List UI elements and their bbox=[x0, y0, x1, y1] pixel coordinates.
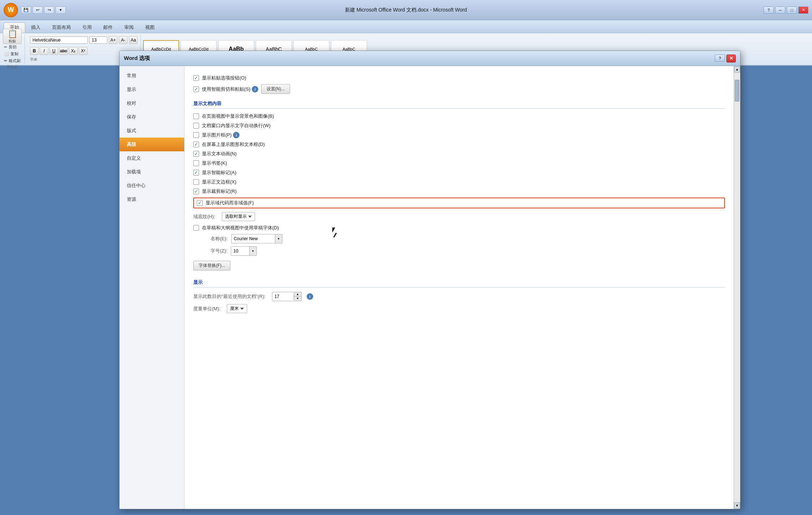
nav-item-addins[interactable]: 加载项 bbox=[120, 165, 184, 179]
font-size-dropdown-btn[interactable]: ▾ bbox=[249, 247, 256, 255]
underline-btn[interactable]: U bbox=[49, 47, 58, 55]
font-name-dropdown-btn[interactable]: ▾ bbox=[275, 234, 282, 243]
scrollbar-up-btn[interactable]: ▲ bbox=[734, 66, 740, 73]
recent-docs-down-btn[interactable]: ▼ bbox=[294, 297, 301, 301]
bold-btn[interactable]: B bbox=[30, 47, 39, 55]
smart-cut-paste-row: 使用智能剪切和粘贴(S) i 设置(N)... bbox=[193, 84, 725, 94]
tab-insert[interactable]: 插入 bbox=[25, 23, 46, 33]
dialog-close-btn[interactable]: ✕ bbox=[726, 55, 736, 62]
show-smart-label: 显示智能标记(A) bbox=[202, 169, 236, 176]
draft-font-row: 在草稿和大纲视图中使用草稿字体(D) bbox=[193, 225, 725, 231]
show-field-codes-checkbox[interactable] bbox=[197, 200, 203, 206]
copy-btn[interactable]: ⬜ 复制 bbox=[3, 51, 21, 57]
show-wrap-checkbox[interactable] bbox=[193, 123, 199, 129]
recent-docs-row: 显示此数目的"最近使用的文档"(R): ▲ ▼ i bbox=[193, 292, 725, 301]
nav-item-resources[interactable]: 资源 bbox=[120, 192, 184, 206]
italic-btn[interactable]: I bbox=[40, 47, 48, 55]
draft-font-checkbox[interactable] bbox=[193, 225, 199, 231]
dialog-title-bar: Word 选项 ? ✕ bbox=[120, 51, 740, 66]
recent-docs-info-icon[interactable]: i bbox=[307, 293, 313, 300]
nav-item-customize[interactable]: 自定义 bbox=[120, 151, 184, 165]
nav-item-trust[interactable]: 信任中心 bbox=[120, 179, 184, 192]
strikethrough-btn[interactable]: abe bbox=[59, 47, 68, 55]
recent-docs-spinner[interactable]: ▲ ▼ bbox=[272, 292, 302, 301]
recent-docs-up-btn[interactable]: ▲ bbox=[294, 292, 301, 297]
redo-btn[interactable]: ↪ bbox=[44, 7, 54, 14]
close-btn[interactable]: ✕ bbox=[798, 7, 808, 14]
show-smart-checkbox[interactable] bbox=[193, 170, 199, 176]
help-btn[interactable]: ? bbox=[764, 7, 774, 14]
show-wrap-row: 文档窗口内显示文字自动换行(W) bbox=[193, 122, 725, 129]
maximize-btn[interactable]: □ bbox=[787, 7, 797, 14]
show-bookmarks-checkbox[interactable] bbox=[193, 160, 199, 166]
superscript-btn[interactable]: X² bbox=[79, 47, 87, 55]
show-textbox-checkbox[interactable] bbox=[193, 179, 199, 185]
field-shading-row: 域底纹(H): 选取时显示 bbox=[193, 212, 725, 221]
clear-format-btn[interactable]: Aa bbox=[129, 36, 138, 44]
show-crop-checkbox[interactable] bbox=[193, 189, 199, 194]
dialog-title-text: Word 选项 bbox=[124, 55, 150, 62]
quick-access-toolbar: 💾 ↩ ↪ ▾ bbox=[21, 7, 66, 14]
measure-unit-dropdown[interactable]: 厘米 bbox=[227, 304, 247, 313]
show-picture-info-icon[interactable]: i bbox=[233, 132, 239, 138]
tab-mailings[interactable]: 邮件 bbox=[98, 23, 118, 33]
nav-item-common[interactable]: 常用 bbox=[120, 69, 184, 83]
shrink-font-btn[interactable]: A- bbox=[119, 36, 128, 44]
nav-item-display[interactable]: 显示 bbox=[120, 83, 184, 96]
format-painter-btn[interactable]: ✏ 格式刷 bbox=[3, 58, 21, 64]
dialog-content-area: 显示粘贴选项按钮(O) 使用智能剪切和粘贴(S) i 设置(N)... 显示文档… bbox=[185, 66, 734, 509]
font-size-input[interactable] bbox=[89, 36, 107, 44]
show-anim-checkbox[interactable] bbox=[193, 151, 199, 157]
recent-docs-input[interactable] bbox=[272, 293, 294, 300]
nav-item-proofing[interactable]: 校对 bbox=[120, 96, 184, 110]
tab-references[interactable]: 引用 bbox=[77, 23, 98, 33]
scrollbar-down-btn[interactable]: ▼ bbox=[734, 502, 740, 509]
app-logo: W bbox=[4, 3, 18, 17]
save-quick-btn[interactable]: 💾 bbox=[21, 7, 31, 14]
ribbon-tabs: 开始 插入 页面布局 引用 邮件 审阅 视图 bbox=[0, 20, 812, 33]
font-name-field[interactable] bbox=[232, 235, 275, 242]
font-substitute-btn[interactable]: 字体替换(F)... bbox=[193, 261, 230, 271]
display-content-header: 显示文档内容 bbox=[193, 100, 725, 109]
font-size-field[interactable] bbox=[231, 247, 249, 255]
dialog-scrollbar[interactable]: ▲ ▼ bbox=[734, 66, 740, 509]
undo-btn[interactable]: ↩ bbox=[33, 7, 43, 14]
font-name-input[interactable] bbox=[30, 36, 88, 44]
measure-unit-arrow bbox=[240, 308, 244, 310]
word-options-dialog: Word 选项 ? ✕ 常用 显示 校对 保存 版式 高级 自定义 加载项 信任… bbox=[119, 51, 740, 509]
smart-cut-checkbox[interactable] bbox=[193, 86, 199, 92]
display-section-header: 显示 bbox=[193, 279, 725, 287]
nav-item-advanced[interactable]: 版式 bbox=[120, 124, 184, 138]
tab-review[interactable]: 审阅 bbox=[118, 23, 139, 33]
qa-dropdown-btn[interactable]: ▾ bbox=[56, 7, 66, 14]
tab-view[interactable]: 视图 bbox=[139, 23, 160, 33]
dialog-help-btn[interactable]: ? bbox=[715, 55, 725, 62]
paste-btn[interactable]: 📋 粘贴 bbox=[3, 29, 22, 44]
smart-cut-info-icon[interactable]: i bbox=[252, 86, 258, 92]
subscript-btn[interactable]: X₂ bbox=[69, 47, 78, 55]
show-paste-checkbox[interactable] bbox=[193, 75, 199, 81]
show-shapes-label: 在屏幕上显示图形和文本框(D) bbox=[202, 141, 265, 148]
font-name-row: 名称(E): ▾ bbox=[193, 234, 725, 243]
show-anim-label: 显示文本动画(N) bbox=[202, 151, 237, 157]
settings-btn[interactable]: 设置(N)... bbox=[261, 84, 290, 94]
grow-font-btn[interactable]: A+ bbox=[109, 36, 117, 44]
show-bg-checkbox[interactable] bbox=[193, 113, 199, 119]
field-shading-dropdown[interactable]: 选取时显示 bbox=[222, 212, 255, 221]
nav-item-advanced2[interactable]: 高级 bbox=[120, 138, 184, 151]
cut-btn[interactable]: ✂ 剪切 bbox=[3, 44, 21, 50]
show-paste-label: 显示粘贴选项按钮(O) bbox=[202, 75, 246, 81]
clipboard-small-btns: ✂ 剪切 ⬜ 复制 ✏ 格式刷 bbox=[3, 44, 21, 64]
minimize-btn[interactable]: ─ bbox=[775, 7, 785, 14]
show-picture-checkbox[interactable] bbox=[193, 132, 199, 138]
font-size-combo[interactable]: ▾ bbox=[231, 246, 257, 256]
show-textbox-label: 显示正文边框(X) bbox=[202, 179, 236, 185]
font-name-combo[interactable]: ▾ bbox=[231, 234, 282, 243]
show-shapes-checkbox[interactable] bbox=[193, 142, 199, 147]
nav-item-save[interactable]: 保存 bbox=[120, 110, 184, 124]
scrollbar-track-area bbox=[734, 109, 740, 502]
measure-unit-label: 度量单位(M): bbox=[193, 306, 220, 312]
scrollbar-thumb[interactable] bbox=[735, 80, 739, 101]
show-paste-options-row: 显示粘贴选项按钮(O) bbox=[193, 75, 725, 81]
tab-layout[interactable]: 页面布局 bbox=[46, 23, 77, 33]
